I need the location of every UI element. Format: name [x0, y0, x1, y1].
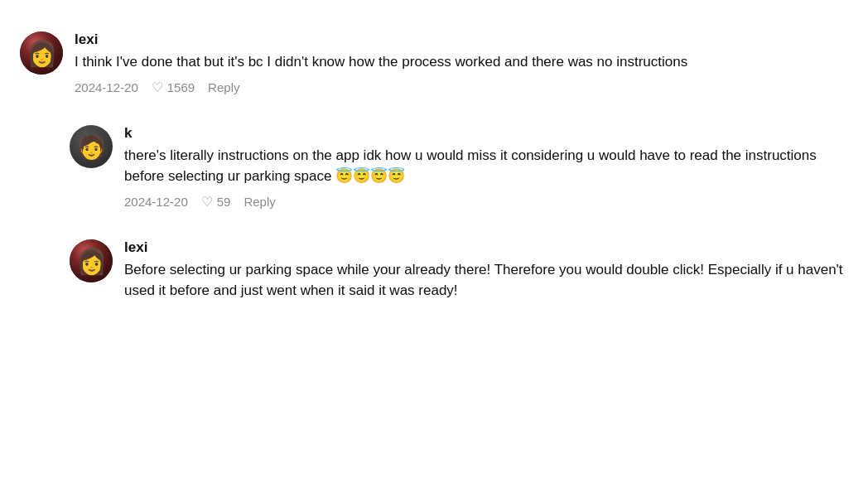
comment-likes: ♡ 59 [201, 194, 231, 210]
avatar [70, 125, 113, 168]
reply-button[interactable]: Reply [244, 195, 275, 209]
heart-icon: ♡ [201, 194, 213, 210]
comment-meta: 2024-12-20 ♡ 59 Reply [124, 194, 848, 210]
comment-date: 2024-12-20 [75, 80, 138, 94]
username: lexi [124, 239, 848, 256]
comment-item: k there's literally instructions on the … [70, 110, 848, 224]
comment-likes: ♡ 1569 [152, 80, 195, 95]
reply-button[interactable]: Reply [208, 80, 239, 94]
comment-thread: lexi I think I've done that but it's bc … [20, 17, 848, 323]
avatar [70, 239, 113, 282]
likes-count: 59 [217, 195, 231, 209]
avatar [20, 31, 63, 75]
comment-text: I think I've done that but it's bc I did… [75, 51, 848, 73]
heart-icon: ♡ [152, 80, 163, 95]
likes-count: 1569 [167, 80, 195, 94]
comment-body: lexi I think I've done that but it's bc … [75, 31, 848, 95]
username: k [124, 125, 848, 142]
comment-text: there's literally instructions on the ap… [124, 145, 848, 187]
comment-item: lexi Before selecting ur parking space w… [70, 224, 848, 323]
comment-meta: 2024-12-20 ♡ 1569 Reply [75, 80, 848, 95]
comment-body: lexi Before selecting ur parking space w… [124, 239, 848, 308]
comment-item: lexi I think I've done that but it's bc … [20, 17, 848, 110]
comment-body: k there's literally instructions on the … [124, 125, 848, 210]
username: lexi [75, 31, 848, 48]
comment-date: 2024-12-20 [124, 195, 188, 209]
comment-text: Before selecting ur parking space while … [124, 259, 848, 302]
